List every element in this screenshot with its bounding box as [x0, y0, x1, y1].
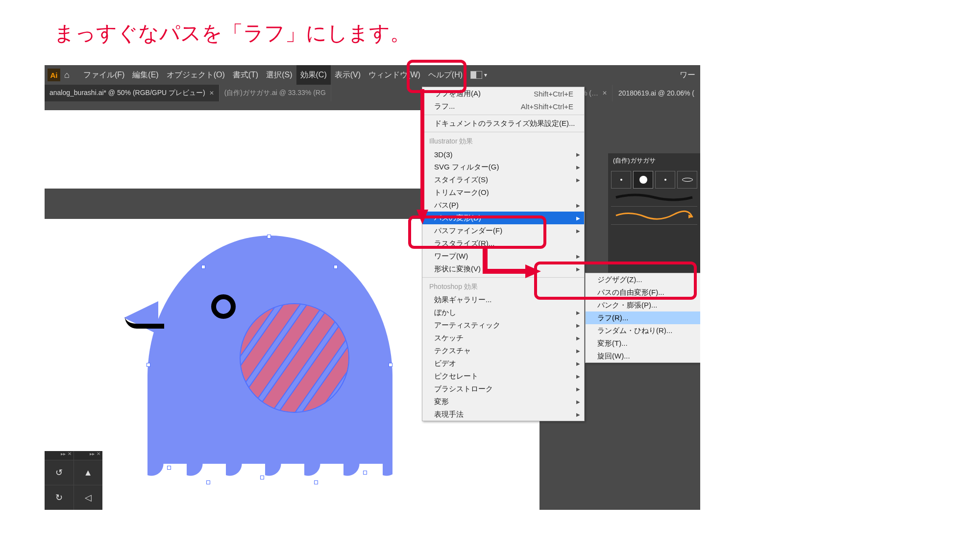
menu-object[interactable]: オブジェクト(O)	[163, 65, 229, 85]
direct-selection-tool[interactable]: ◁	[74, 485, 103, 510]
menu-item-stylize-ps[interactable]: 表現手法	[422, 408, 584, 421]
document-tab-active[interactable]: analog_burashi.ai* @ 50% (RGB/GPU プレビュー)…	[45, 85, 220, 101]
menu-item-rasterize[interactable]: ラスタライズ(R)...	[422, 237, 584, 250]
bird-eye	[211, 294, 236, 319]
item-label: ワープ(W)	[434, 252, 468, 261]
menu-item-convert-shape[interactable]: 形状に変換(V)	[422, 263, 584, 275]
menu-item-svg-filter[interactable]: SVG フィルター(G)	[422, 161, 584, 173]
panel-header: ▸▸✕	[45, 451, 74, 460]
menu-item-texture[interactable]: テクスチャ	[422, 344, 584, 357]
menu-item-artistic[interactable]: アーティスティック	[422, 319, 584, 332]
brush-thumb[interactable]	[633, 171, 653, 189]
anchor-point[interactable]	[167, 466, 171, 470]
close-icon[interactable]: ✕	[68, 451, 72, 460]
menu-item-effect-gallery[interactable]: 効果ギャラリー...	[422, 293, 584, 306]
bird-beak-line	[125, 317, 164, 329]
item-label: ラスタライズ(R)...	[434, 239, 494, 248]
brush-thumb[interactable]	[611, 171, 631, 189]
document-tab[interactable]: 20180619.ai @ 20.06% (	[612, 85, 700, 101]
item-label: SVG フィルター(G)	[434, 163, 499, 172]
menu-item-stylize[interactable]: スタイライズ(S)	[422, 173, 584, 186]
menu-item-raster-settings[interactable]: ドキュメントのラスタライズ効果設定(E)...	[422, 117, 584, 130]
mini-tool-panels: ▸▸✕ ↺ ↻ ▸▸✕ ▲ ◁	[45, 451, 102, 510]
anchor-point[interactable]	[314, 480, 318, 484]
brush-thumbnails	[611, 171, 697, 189]
close-icon[interactable]: ✕	[602, 90, 607, 96]
item-label: ぼかし	[434, 308, 456, 317]
menu-edit[interactable]: 編集(E)	[128, 65, 162, 85]
menu-item-video[interactable]: ビデオ	[422, 357, 584, 370]
effect-dropdown: ラフを適用(A) Shift+Ctrl+E ラフ... Alt+Shift+Ct…	[422, 87, 585, 421]
menu-item-distort[interactable]: 変形	[422, 395, 584, 408]
brush-stroke-preview[interactable]	[611, 207, 697, 225]
panel-tab[interactable]: (自作)ガサガサ	[608, 153, 700, 168]
brush-thumb[interactable]	[655, 171, 675, 189]
item-label: ランダム・ひねり(R)...	[597, 326, 672, 335]
submenu-tweak[interactable]: ランダム・ひねり(R)...	[586, 324, 700, 337]
anchor-point[interactable]	[363, 471, 367, 475]
anchor-point[interactable]	[206, 480, 210, 484]
selection-tool[interactable]: ▲	[74, 460, 103, 485]
submenu-pucker-bloat[interactable]: パンク・膨張(P)...	[586, 299, 700, 311]
home-icon[interactable]: ⌂	[64, 70, 70, 80]
item-label: スケッチ	[434, 334, 464, 343]
menu-item-sketch[interactable]: スケッチ	[422, 332, 584, 344]
menu-item-brushstroke[interactable]: ブラシストローク	[422, 382, 584, 395]
item-label: 形状に変換(V)	[434, 264, 481, 274]
brush-thumb[interactable]	[677, 171, 697, 189]
panel-header: ▸▸✕	[74, 451, 103, 460]
anchor-point[interactable]	[201, 265, 205, 269]
item-label: 表現手法	[434, 410, 464, 419]
menu-select[interactable]: 選択(S)	[262, 65, 296, 85]
undo-button[interactable]: ↺	[45, 460, 74, 485]
app-logo: Ai	[48, 69, 60, 81]
menubar: Ai ⌂ ファイル(F) 編集(E) オブジェクト(O) 書式(T) 選択(S)…	[45, 65, 700, 85]
menu-item-pixelate[interactable]: ピクセレート	[422, 370, 584, 382]
illustrator-window: Ai ⌂ ファイル(F) 編集(E) オブジェクト(O) 書式(T) 選択(S)…	[45, 65, 700, 510]
menu-item-path[interactable]: パス(P)	[422, 199, 584, 212]
menu-window[interactable]: ウィンドウ(W)	[365, 65, 424, 85]
anchor-point[interactable]	[389, 363, 392, 367]
truncated-right-label: ワー	[680, 70, 700, 80]
menu-file[interactable]: ファイル(F)	[79, 65, 128, 85]
submenu-free-distort[interactable]: パスの自由変形(F)...	[586, 286, 700, 299]
submenu-roughen[interactable]: ラフ(R)...	[586, 311, 700, 324]
item-label: テクスチャ	[434, 346, 471, 356]
menu-view[interactable]: 表示(V)	[331, 65, 365, 85]
document-tab[interactable]: (自作)ガサガサ.ai @ 33.33% (RG	[220, 85, 331, 101]
bird-cheek	[241, 304, 348, 412]
menu-item-last-effect[interactable]: ラフ... Alt+Shift+Ctrl+E	[422, 100, 584, 113]
menu-help[interactable]: ヘルプ(H)	[424, 65, 466, 85]
bird-illustration[interactable]	[147, 236, 392, 490]
submenu-zigzag[interactable]: ジグザグ(Z)...	[586, 273, 700, 286]
menu-item-distort-transform[interactable]: パスの変形(D)	[422, 212, 584, 224]
bird-body	[147, 236, 392, 490]
anchor-point[interactable]	[267, 235, 271, 239]
redo-button[interactable]: ↻	[45, 485, 74, 510]
menu-item-3d[interactable]: 3D(3)	[422, 148, 584, 161]
item-label: パンク・膨張(P)...	[597, 301, 658, 310]
chevron-down-icon[interactable]: ▾	[484, 72, 487, 78]
menu-type[interactable]: 書式(T)	[229, 65, 262, 85]
anchor-point[interactable]	[147, 363, 150, 367]
collapse-icon[interactable]: ▸▸	[61, 451, 66, 460]
submenu-twist[interactable]: 旋回(W)...	[586, 350, 700, 362]
item-label: 変形	[434, 397, 449, 406]
item-label: ドキュメントのラスタライズ効果設定(E)...	[434, 119, 575, 128]
close-icon[interactable]: ✕	[97, 451, 100, 460]
menu-item-blur[interactable]: ぼかし	[422, 306, 584, 319]
anchor-point[interactable]	[334, 265, 338, 269]
menu-effect[interactable]: 効果(C)	[296, 65, 331, 85]
item-label: ジグザグ(Z)...	[597, 275, 642, 285]
submenu-transform[interactable]: 変形(T)...	[586, 337, 700, 350]
menu-item-apply-last[interactable]: ラフを適用(A) Shift+Ctrl+E	[422, 87, 584, 100]
collapse-icon[interactable]: ▸▸	[90, 451, 95, 460]
menu-item-pathfinder[interactable]: パスファインダー(F)	[422, 224, 584, 237]
anchor-point[interactable]	[260, 476, 264, 479]
item-label: 旋回(W)...	[597, 352, 630, 361]
brush-stroke-preview[interactable]	[611, 189, 697, 207]
close-icon[interactable]: ✕	[209, 90, 214, 96]
workspace-switcher-icon[interactable]	[470, 71, 482, 79]
menu-item-warp[interactable]: ワープ(W)	[422, 250, 584, 263]
menu-item-trim-marks[interactable]: トリムマーク(O)	[422, 186, 584, 199]
